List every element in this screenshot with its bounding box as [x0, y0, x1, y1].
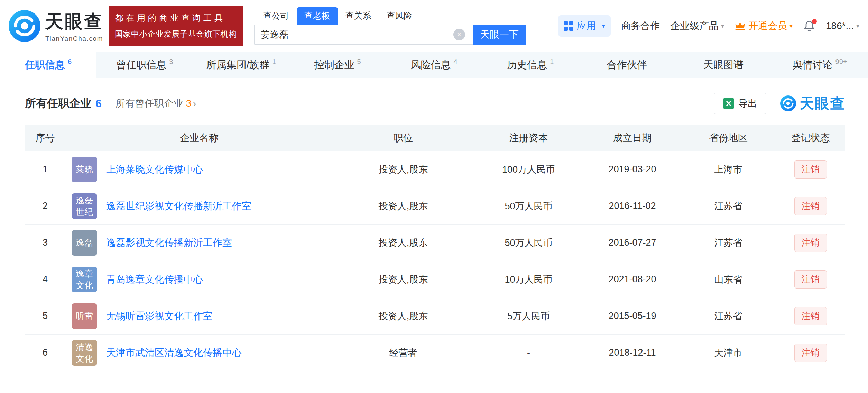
- tab-count: 6: [68, 58, 72, 66]
- export-button[interactable]: 导出: [714, 93, 766, 114]
- tab-label: 曾任职信息: [116, 58, 166, 72]
- vip-upgrade-button[interactable]: 开通会员 ▾: [735, 19, 793, 33]
- tab-label: 控制企业: [314, 58, 354, 72]
- row-number: 1: [25, 151, 65, 188]
- header-no: 序号: [25, 125, 65, 151]
- caret-down-icon: ▾: [602, 22, 605, 30]
- excel-icon: [723, 98, 734, 109]
- company-avatar[interactable]: 听雷: [72, 303, 97, 329]
- region-cell: 山东省: [681, 261, 776, 298]
- business-cooperation-link[interactable]: 商务合作: [621, 19, 660, 33]
- apps-button[interactable]: 应用 ▾: [558, 15, 611, 37]
- company-avatar[interactable]: 清逸文化: [72, 340, 97, 366]
- search-tab-boss[interactable]: 查老板: [297, 7, 338, 25]
- company-name-link[interactable]: 逸磊世纪影视文化传播新沂工作室: [106, 200, 251, 213]
- former-positions-count: 3: [186, 98, 192, 109]
- tab-controlled-companies[interactable]: 控制企业 5: [289, 52, 386, 78]
- tab-partners[interactable]: 合作伙伴: [579, 52, 675, 78]
- row-number: 5: [25, 298, 65, 335]
- tab-group[interactable]: 所属集团/族群 1: [193, 52, 289, 78]
- capital-cell: 50万人民币: [473, 188, 584, 225]
- search-input[interactable]: [254, 25, 473, 45]
- tab-label: 任职信息: [25, 58, 65, 72]
- former-positions-link[interactable]: 所有曾任职企业 3 ›: [116, 97, 196, 110]
- tab-label: 风险信息: [410, 58, 451, 72]
- status-badge: 注销: [794, 307, 827, 325]
- company-name-link[interactable]: 无锡听雷影视文化工作室: [106, 310, 213, 323]
- capital-cell: -: [473, 335, 584, 371]
- status-cell: 注销: [776, 225, 845, 261]
- search-button[interactable]: 天眼一下: [473, 25, 526, 45]
- position-cell: 投资人,股东: [333, 298, 473, 335]
- tianyancha-logo[interactable]: 天眼查 TianYanCha.com: [9, 10, 103, 43]
- section-title: 所有任职企业: [25, 96, 91, 111]
- tab-risk-info[interactable]: 风险信息 4: [386, 52, 482, 78]
- watermark-text: 天眼查: [800, 94, 845, 113]
- position-cell: 投资人,股东: [333, 261, 473, 298]
- section-title-count: 6: [95, 97, 102, 110]
- tianyancha-logo-icon: [9, 10, 40, 42]
- tab-graph[interactable]: 天眼图谱: [675, 52, 772, 78]
- date-cell: 2018-12-11: [584, 335, 681, 371]
- enterprise-products-menu[interactable]: 企业级产品 ▾: [670, 19, 724, 33]
- caret-down-icon: ▾: [856, 22, 859, 30]
- tab-label: 舆情讨论: [793, 58, 833, 72]
- tab-public-opinion[interactable]: 舆情讨论 99+: [772, 52, 868, 78]
- profile-tab-bar: 任职信息 6 曾任职信息 3 所属集团/族群 1 控制企业 5 风险信息 4 历…: [0, 52, 868, 78]
- capital-cell: 5万人民币: [473, 298, 584, 335]
- brand-name: 天眼查: [45, 10, 103, 34]
- company-avatar[interactable]: 莱晓: [72, 157, 97, 182]
- company-name-link[interactable]: 青岛逸章文化传播中心: [106, 273, 203, 286]
- tab-positions[interactable]: 任职信息 6: [0, 52, 96, 78]
- header-status: 登记状态: [776, 125, 845, 151]
- status-cell: 注销: [776, 335, 845, 371]
- search-tab-company[interactable]: 查公司: [256, 7, 297, 25]
- apps-label: 应用: [577, 19, 596, 33]
- date-cell: 2021-08-20: [584, 261, 681, 298]
- date-cell: 2019-03-20: [584, 151, 681, 188]
- tab-history-info[interactable]: 历史信息 1: [482, 52, 579, 78]
- promo-line2: 国家中小企业发展子基金旗下机构: [115, 29, 237, 39]
- notification-dot: [812, 19, 817, 24]
- tab-count: 3: [169, 58, 173, 66]
- table-row: 6 清逸文化 天津市武清区清逸文化传播中心 经营者 - 2018-12-11 天…: [25, 335, 845, 371]
- tab-label: 所属集团/族群: [206, 58, 269, 72]
- company-avatar[interactable]: 逸磊: [72, 230, 97, 256]
- account-phone: 186*...: [826, 20, 854, 31]
- header-date: 成立日期: [584, 125, 681, 151]
- notification-bell[interactable]: [803, 20, 815, 32]
- tab-former-positions[interactable]: 曾任职信息 3: [96, 52, 193, 78]
- status-badge: 注销: [794, 160, 827, 179]
- company-avatar[interactable]: 逸磊世纪: [72, 193, 97, 219]
- tab-count: 99+: [835, 58, 847, 66]
- tab-count: 1: [272, 58, 276, 66]
- search-tab-relation[interactable]: 查关系: [338, 7, 379, 25]
- clear-icon[interactable]: ×: [453, 29, 465, 40]
- vip-label: 开通会员: [748, 19, 787, 33]
- table-row: 1 莱晓 上海莱晓文化传媒中心 投资人,股东 100万人民币 2019-03-2…: [25, 151, 845, 188]
- date-cell: 2015-05-19: [584, 298, 681, 335]
- chevron-right-icon: ›: [193, 98, 196, 109]
- tab-count: 1: [550, 58, 554, 66]
- tab-label: 历史信息: [507, 58, 547, 72]
- account-menu[interactable]: 186*... ▾: [826, 20, 859, 31]
- tab-count: 5: [357, 58, 361, 66]
- search-input-wrap: ×: [254, 25, 473, 45]
- company-name-link[interactable]: 天津市武清区清逸文化传播中心: [106, 346, 242, 359]
- row-number: 2: [25, 188, 65, 225]
- site-header: 天眼查 TianYanCha.com 都在用的商业查询工具 国家中小企业发展子基…: [0, 0, 868, 52]
- search-tab-risk[interactable]: 查风险: [379, 7, 420, 25]
- company-name-link[interactable]: 上海莱晓文化传媒中心: [106, 163, 203, 176]
- company-name-link[interactable]: 逸磊影视文化传播新沂工作室: [106, 236, 232, 249]
- header-capital: 注册资本: [473, 125, 584, 151]
- export-label: 导出: [738, 97, 757, 110]
- promo-line1: 都在用的商业查询工具: [115, 12, 237, 24]
- positions-table: 序号 企业名称 职位 注册资本 成立日期 省份地区 登记状态 1 莱晓 上海莱晓…: [25, 125, 845, 371]
- company-avatar[interactable]: 逸章文化: [72, 267, 97, 292]
- capital-cell: 10万人民币: [473, 261, 584, 298]
- apps-grid-icon: [564, 21, 573, 31]
- brand-domain: TianYanCha.com: [45, 35, 103, 43]
- table-row: 5 听雷 无锡听雷影视文化工作室 投资人,股东 5万人民币 2015-05-19…: [25, 298, 845, 335]
- status-badge: 注销: [794, 234, 827, 252]
- capital-cell: 50万人民币: [473, 225, 584, 261]
